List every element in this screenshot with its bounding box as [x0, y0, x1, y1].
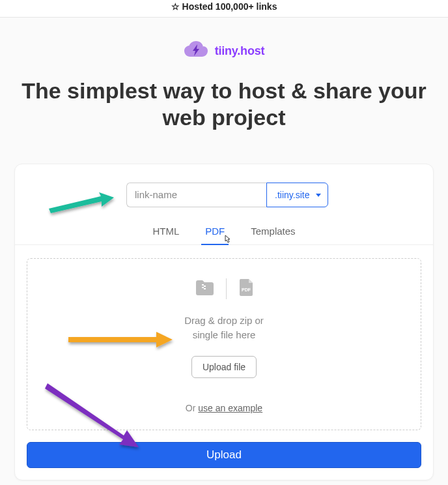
- svg-rect-1: [204, 286, 206, 287]
- drop-text-line1: Drag & drop zip or: [40, 314, 408, 329]
- upload-card: .tiiny.site HTML PDF Templates: [14, 164, 434, 480]
- upload-button[interactable]: Upload: [27, 442, 421, 468]
- link-name-input[interactable]: [126, 183, 266, 207]
- dropzone-icons: PDF: [40, 278, 408, 299]
- tab-pdf[interactable]: PDF: [205, 226, 225, 244]
- hero-title: The simplest way to host & share your we…: [0, 78, 448, 131]
- svg-text:PDF: PDF: [242, 287, 251, 292]
- zip-icon: [195, 278, 214, 299]
- svg-rect-3: [204, 288, 206, 289]
- logo-cloud-icon: [184, 40, 208, 61]
- tabs-row: HTML PDF Templates: [15, 226, 433, 245]
- dropzone[interactable]: PDF Drag & drop zip or single file here …: [27, 258, 421, 430]
- logo-row: tiiny.host: [0, 40, 448, 61]
- drop-text-line2: single file here: [40, 328, 408, 343]
- hosted-banner: ☆Hosted 100,000+ links: [0, 0, 448, 18]
- pointer-cursor-icon: [223, 235, 232, 248]
- example-text: Or use an example: [40, 403, 408, 413]
- upload-file-button[interactable]: Upload file: [191, 356, 257, 378]
- domain-select-label: .tiiny.site: [275, 190, 309, 200]
- or-text: Or: [186, 403, 198, 413]
- link-input-group: .tiiny.site: [126, 183, 322, 207]
- tab-templates[interactable]: Templates: [251, 226, 295, 244]
- drop-text: Drag & drop zip or single file here: [40, 314, 408, 343]
- svg-rect-2: [202, 287, 204, 288]
- star-icon: ☆: [171, 1, 180, 12]
- tab-html[interactable]: HTML: [152, 226, 179, 244]
- pdf-icon: PDF: [238, 278, 254, 299]
- banner-text: Hosted 100,000+ links: [182, 1, 277, 12]
- svg-rect-0: [202, 284, 204, 286]
- main-content: tiiny.host The simplest way to host & sh…: [0, 18, 448, 485]
- domain-select[interactable]: .tiiny.site: [266, 183, 328, 207]
- use-example-link[interactable]: use an example: [198, 403, 262, 413]
- upload-button-wrap: Upload: [15, 442, 433, 480]
- icon-divider: [226, 278, 227, 299]
- logo-text: tiiny.host: [215, 44, 265, 58]
- link-input-row: .tiiny.site: [15, 183, 433, 207]
